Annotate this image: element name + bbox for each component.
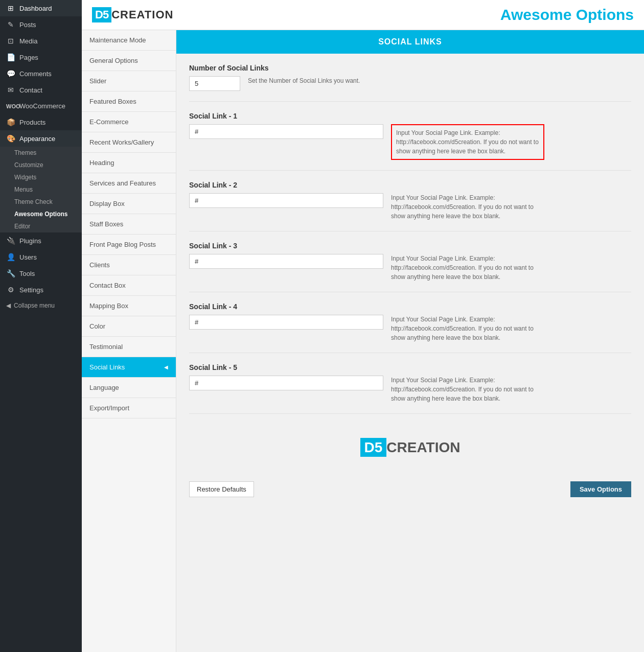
nav-item-front-page-blog[interactable]: Front Page Blog Posts: [82, 235, 176, 255]
social-link-4-input[interactable]: [189, 315, 383, 330]
nav-item-testimonial[interactable]: Testimonial: [82, 337, 176, 357]
left-nav: Maintenance Mode General Options Slider …: [82, 30, 176, 652]
products-icon: 📦: [6, 118, 15, 126]
sidebar-item-theme-check[interactable]: Theme Check: [0, 196, 82, 208]
nav-item-recent-works[interactable]: Recent Works/Gallery: [82, 132, 176, 153]
collapse-menu[interactable]: ◀ Collapse menu: [0, 298, 82, 313]
social-link-2-input[interactable]: [189, 193, 383, 208]
contact-icon: ✉: [6, 86, 15, 94]
sidebar-item-dashboard[interactable]: ⊞ Dashboard: [0, 0, 82, 16]
social-link-1-row: Input Your Social Page Link. Example: ht…: [189, 124, 631, 160]
nav-item-mapping-box[interactable]: Mapping Box: [82, 296, 176, 316]
nav-item-slider[interactable]: Slider: [82, 71, 176, 91]
sidebar-item-tools[interactable]: 🔧 Tools: [0, 265, 82, 282]
num-links-input[interactable]: [189, 76, 240, 91]
sidebar-item-woocommerce[interactable]: WOO WooCommerce: [0, 98, 82, 114]
logo: D5 CREATION: [92, 7, 173, 22]
nav-item-color[interactable]: Color: [82, 316, 176, 337]
nav-item-social-links[interactable]: Social Links: [82, 357, 176, 378]
section-title: SOCIAL LINKS: [176, 30, 644, 54]
sidebar-item-appearance[interactable]: 🎨 Appearance: [0, 130, 82, 147]
sidebar-item-editor[interactable]: Editor: [0, 220, 82, 232]
sidebar-item-settings[interactable]: ⚙ Settings: [0, 282, 82, 298]
num-links-row: Set the Number of Social Links you want.: [189, 76, 631, 91]
section-content: Number of Social Links Set the Number of…: [176, 54, 644, 476]
field-group-social-link-1: Social Link - 1 Input Your Social Page L…: [189, 112, 631, 171]
nav-item-clients[interactable]: Clients: [82, 255, 176, 275]
social-link-1-hint: Input Your Social Page Link. Example: ht…: [391, 124, 544, 160]
social-link-1-input[interactable]: [189, 124, 383, 139]
sidebar-item-awesome-options[interactable]: Awesome Options: [0, 208, 82, 220]
nav-item-general-options[interactable]: General Options: [82, 51, 176, 71]
tools-icon: 🔧: [6, 269, 15, 277]
sidebar-item-pages[interactable]: 📄 Pages: [0, 49, 82, 65]
sidebar-item-users[interactable]: 👤 Users: [0, 249, 82, 265]
footer-actions: Restore Defaults Save Options: [176, 476, 644, 510]
social-link-3-hint: Input Your Social Page Link. Example: ht…: [391, 254, 544, 282]
pages-icon: 📄: [6, 53, 15, 61]
nav-item-featured-boxes[interactable]: Featured Boxes: [82, 91, 176, 112]
plugins-icon: 🔌: [6, 237, 15, 245]
social-link-2-label: Social Link - 2: [189, 181, 631, 189]
logo-d5: D5: [92, 7, 111, 22]
users-icon: 👤: [6, 253, 15, 261]
right-panel: SOCIAL LINKS Number of Social Links Set …: [176, 30, 644, 652]
logo-creation: CREATION: [111, 8, 173, 21]
nav-item-heading[interactable]: Heading: [82, 153, 176, 173]
posts-icon: ✎: [6, 20, 15, 29]
sidebar-item-media[interactable]: ⊡ Media: [0, 33, 82, 49]
sidebar-item-contact[interactable]: ✉ Contact: [0, 82, 82, 98]
social-link-5-label: Social Link - 5: [189, 363, 631, 371]
social-link-5-hint: Input Your Social Page Link. Example: ht…: [391, 376, 544, 403]
social-link-1-label: Social Link - 1: [189, 112, 631, 120]
nav-item-display-box[interactable]: Display Box: [82, 194, 176, 214]
sidebar-item-products[interactable]: 📦 Products: [0, 114, 82, 130]
footer-logo-creation: CREATION: [386, 439, 460, 455]
social-link-5-input[interactable]: [189, 376, 383, 390]
comments-icon: 💬: [6, 69, 15, 78]
social-link-3-label: Social Link - 3: [189, 242, 631, 250]
sidebar-item-plugins[interactable]: 🔌 Plugins: [0, 232, 82, 249]
field-group-social-link-3: Social Link - 3 Input Your Social Page L…: [189, 242, 631, 292]
social-link-3-input[interactable]: [189, 254, 383, 269]
sidebar-item-themes[interactable]: Themes: [0, 147, 82, 159]
nav-item-contact-box[interactable]: Contact Box: [82, 275, 176, 296]
sidebar-item-widgets[interactable]: Widgets: [0, 171, 82, 183]
field-group-social-link-5: Social Link - 5 Input Your Social Page L…: [189, 363, 631, 414]
social-link-4-hint: Input Your Social Page Link. Example: ht…: [391, 315, 544, 342]
content-area: Maintenance Mode General Options Slider …: [82, 30, 644, 652]
dashboard-icon: ⊞: [6, 4, 15, 12]
num-links-label: Number of Social Links: [189, 64, 631, 72]
media-icon: ⊡: [6, 37, 15, 45]
social-link-2-hint: Input Your Social Page Link. Example: ht…: [391, 193, 544, 221]
save-options-button[interactable]: Save Options: [570, 481, 631, 497]
plugin-title: Awesome Options: [500, 6, 634, 24]
footer-logo-d5: D5: [360, 438, 387, 457]
nav-item-services-features[interactable]: Services and Features: [82, 173, 176, 194]
social-link-3-row: Input Your Social Page Link. Example: ht…: [189, 254, 631, 282]
nav-item-language[interactable]: Language: [82, 378, 176, 398]
field-group-num-links: Number of Social Links Set the Number of…: [189, 64, 631, 102]
sidebar-item-customize[interactable]: Customize: [0, 159, 82, 171]
social-link-2-row: Input Your Social Page Link. Example: ht…: [189, 193, 631, 221]
appearance-icon: 🎨: [6, 134, 15, 143]
social-link-5-row: Input Your Social Page Link. Example: ht…: [189, 376, 631, 403]
field-group-social-link-4: Social Link - 4 Input Your Social Page L…: [189, 302, 631, 353]
collapse-icon: ◀: [6, 302, 11, 309]
nav-item-maintenance-mode[interactable]: Maintenance Mode: [82, 30, 176, 51]
nav-item-export-import[interactable]: Export/Import: [82, 398, 176, 418]
nav-item-e-commerce[interactable]: E-Commerce: [82, 112, 176, 132]
footer-logo: D5CREATION: [189, 424, 631, 466]
nav-item-staff-boxes[interactable]: Staff Boxes: [82, 214, 176, 235]
main-area: D5 CREATION Awesome Options Maintenance …: [82, 0, 644, 652]
sidebar-item-menus[interactable]: Menus: [0, 183, 82, 196]
sidebar-item-posts[interactable]: ✎ Posts: [0, 16, 82, 33]
field-group-social-link-2: Social Link - 2 Input Your Social Page L…: [189, 181, 631, 231]
num-links-hint: Set the Number of Social Links you want.: [248, 76, 360, 85]
sidebar-item-comments[interactable]: 💬 Comments: [0, 65, 82, 82]
social-link-4-row: Input Your Social Page Link. Example: ht…: [189, 315, 631, 342]
plugin-header: D5 CREATION Awesome Options: [82, 0, 644, 30]
sidebar: ⊞ Dashboard ✎ Posts ⊡ Media 📄 Pages 💬 Co…: [0, 0, 82, 652]
appearance-submenu: Themes Customize Widgets Menus Theme Che…: [0, 147, 82, 232]
restore-defaults-button[interactable]: Restore Defaults: [189, 481, 254, 497]
